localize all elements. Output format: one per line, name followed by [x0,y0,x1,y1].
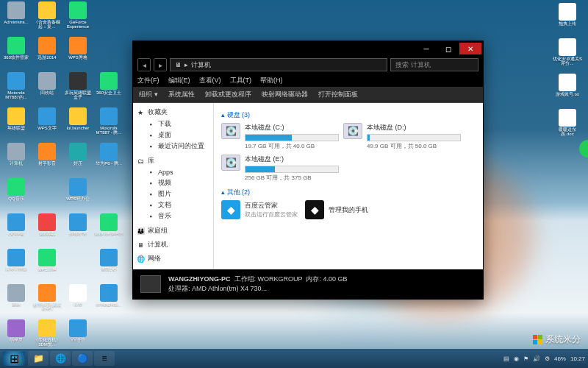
close-button[interactable]: ✕ [459,43,481,54]
desktop-icon[interactable]: WPS秀格 [63,37,93,72]
sidebar-computer[interactable]: 🖥计算机 [136,240,210,250]
drive-item[interactable]: 💽本地磁盘 (D:)49.9 GB 可用，共 50.0 GB [343,123,461,150]
forward-button[interactable]: ▸ [154,58,167,71]
minimize-button[interactable]: ─ [415,43,437,54]
maximize-button[interactable]: ◻ [437,43,459,54]
status-bar: WANGZHIYONG-PC 工作组: WORKGROUP 内存: 4.00 G… [133,269,483,299]
desktop-icon[interactable]: Administra... [1,1,31,37]
menu-item[interactable]: 文件(F) [137,76,159,85]
drive-item[interactable]: 💽本地磁盘 (C:)19.7 GB 可用，共 40.0 GB [221,123,339,150]
desktop-icon[interactable]: 百度 [63,284,93,319]
tray-icon[interactable]: ⚑ [523,355,528,362]
address-text: 计算机 [191,60,211,70]
menu-item[interactable]: 帮助(H) [260,76,283,85]
desktop-icon[interactable]: 射手影音 [32,143,62,178]
start-button[interactable]: ⊞ [3,351,25,366]
others-section-head[interactable]: ▴ 其他 (2) [221,188,476,197]
home-icon: 👪 [136,227,145,236]
desktop-icon[interactable]: 360安全卫士 [94,72,123,107]
desktop-icon[interactable]: 软媒魔方 [63,213,93,249]
other-item[interactable]: ◆管理我的手机 [305,200,368,219]
taskbar-pin[interactable]: 🔵 [72,351,93,366]
tray-time[interactable]: 10:27 [570,355,585,362]
desktop-icon[interactable]: GeForce Experience [63,1,93,37]
tray-battery[interactable]: 46% [554,355,566,362]
desktop-icon[interactable]: Motorola MT887 - 腾... [94,107,123,143]
drive-icon: 💽 [221,123,240,139]
desktop-icon[interactable]: 360杀毒 [32,213,62,249]
taskbar-pin[interactable]: ≡ [94,351,115,366]
drives-section-head[interactable]: ▴ 硬盘 (3) [221,110,476,120]
sidebar-item[interactable]: ▪音乐 [136,210,210,222]
desktop-icon[interactable]: 英雄联盟 [1,107,31,143]
desktop-icon[interactable]: 华为P6的备... [94,284,123,319]
desktop-icon[interactable]: 优化安卓通关S评分... [553,38,582,74]
desktop-icon[interactable]: 拖拽上传 [553,3,582,38]
menu-item[interactable]: 编辑(E) [168,76,190,85]
toolbar-item[interactable]: 打开控制面板 [318,90,358,99]
desktop-icon[interactable]: 射手影音(调试模式) [32,284,62,319]
taskbar: ⊞ 📁🌐🔵≡ ▤ ◉ ⚑ 🔊 ⚙ 46% 10:27 [0,349,588,368]
desktop-icon[interactable]: WPS表格 [32,249,62,284]
desktop-icon[interactable]: 百度云管家 [1,249,31,284]
desktop-icon[interactable]: 网络 [1,284,31,319]
sidebar-network[interactable]: 🌐网络 [136,254,210,263]
desktop-icon[interactable]: QQ音乐 [1,178,31,213]
drive-item[interactable]: 💽本地磁盘 (E:)256 GB 可用，共 375 GB [221,155,339,182]
desktop-icon[interactable]: WPS轻办公 [63,178,93,213]
desktop-icon[interactable]: 360软件管家 [1,37,31,72]
sidebar-favorites[interactable]: ★收藏夹 [136,107,210,117]
computer-icon: 🖥 [175,61,182,68]
sidebar-item[interactable]: ▪最近访问的位置 [136,141,210,152]
desktop-icon[interactable]: WPS文字 [32,107,62,143]
desktop-icon[interactable]: 游戏账号.txt [553,74,582,109]
sidebar-item[interactable]: ▪桌面 [136,130,210,141]
drive-icon: 💽 [221,155,240,171]
sidebar-item[interactable]: ▪下载 [136,118,210,130]
taskbar-pin[interactable]: 🌐 [50,351,71,366]
titlebar: ─ ◻ ✕ [133,41,483,56]
desktop-icon[interactable]: 好压 [63,143,93,178]
content-pane: ▴ 硬盘 (3) 💽本地磁盘 (C:)19.7 GB 可用，共 40.0 GB💽… [214,103,483,269]
toolbar-item[interactable]: 映射网络驱动器 [262,90,308,99]
sidebar-item[interactable]: ▪视频 [136,177,210,188]
tray-icon[interactable]: 🔊 [533,355,540,362]
tray-icon[interactable]: ⚙ [545,355,550,362]
sidebar-item[interactable]: ▪图片 [136,188,210,199]
cpu-info: 处理器: AMD Athlon(tm) X4 730... [168,284,347,294]
desktop-icon[interactable]: 腾讯QQ [94,249,123,284]
menu-item[interactable]: 工具(T) [230,76,252,85]
library-icon: 🗂 [136,157,145,166]
address-bar[interactable]: 🖥 ▸ 计算机 [170,58,387,71]
sidebar-libraries[interactable]: 🗂库 [136,156,210,166]
desktop-icon[interactable]: 迅游2014 [32,37,62,72]
toolbar-item[interactable]: 系统属性 [168,90,195,99]
toolbar: 组织 ▾系统属性卸载或更改程序映射网络驱动器打开控制面板 [133,87,483,103]
network-icon: 🌐 [136,255,145,263]
pc-name: WANGZHIYONG-PC [168,275,231,283]
desktop-icon[interactable]: 360极速浏览器 [94,213,123,249]
sidebar-item[interactable]: ▪Apps [136,167,210,177]
desktop-icon[interactable]: 多玩英雄联盟盒子 [63,72,93,107]
sidebar-homegroup[interactable]: 👪家庭组 [136,226,210,236]
taskbar-pin[interactable]: 📁 [28,351,49,366]
desktop-icon[interactable]: Motorola MT887的... [1,72,31,107]
back-button[interactable]: ◂ [137,58,151,71]
desktop-icon[interactable]: 《合金装备崛起：复... [32,1,62,37]
other-item[interactable]: ◆百度云管家双击运行百度云管家 [221,200,298,219]
desktop-icon[interactable]: lol.launcher [63,107,93,143]
star-icon: ★ [136,108,145,117]
computer-icon [140,275,161,293]
search-input[interactable]: 搜索 计算机 [390,58,478,71]
tray-icon[interactable]: ◉ [514,355,519,362]
toolbar-item[interactable]: 卸载或更改程序 [205,90,251,99]
toolbar-item[interactable]: 组织 ▾ [139,90,158,99]
desktop-icon[interactable]: 计算机 [1,143,31,178]
desktop-icon[interactable]: 华为P6 - 腾... [94,143,123,178]
desktop-icon[interactable]: 暖暖送东西.doc [553,109,582,144]
tray-icon[interactable]: ▤ [503,355,509,362]
desktop-icon[interactable]: QQ旋风 [1,213,31,249]
desktop-icon[interactable]: 回收站 [32,72,62,107]
menu-item[interactable]: 查看(V) [199,76,221,85]
sidebar-item[interactable]: ▪文档 [136,199,210,210]
